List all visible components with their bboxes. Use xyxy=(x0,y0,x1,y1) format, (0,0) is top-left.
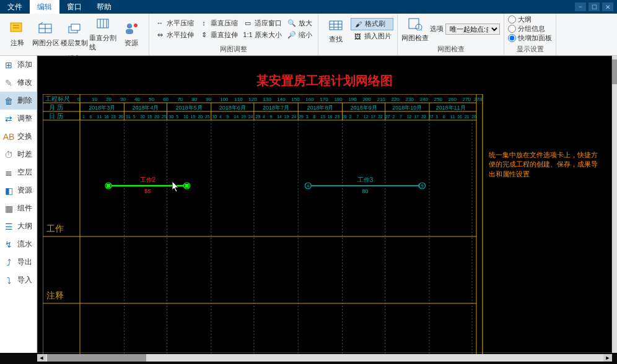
scroll-thumb[interactable] xyxy=(47,354,146,362)
sidebar-item-component[interactable]: ▦组件 xyxy=(0,199,37,217)
svg-text:27: 27 xyxy=(385,115,390,119)
radio-quickpanel[interactable]: 快增加面板 xyxy=(508,33,552,43)
svg-rect-143 xyxy=(107,184,110,188)
sidebar-item-adjust[interactable]: ⇄调整 xyxy=(0,110,37,128)
svg-text:22: 22 xyxy=(421,115,426,119)
svg-text:20: 20 xyxy=(106,97,112,102)
sidebar-item-modify[interactable]: ✎修改 xyxy=(0,74,37,92)
svg-text:25: 25 xyxy=(205,115,210,119)
sidebar-item-layer[interactable]: ≣空层 xyxy=(0,163,37,181)
zoomin-button[interactable]: 🔍放大 xyxy=(285,17,314,28)
svg-text:19: 19 xyxy=(241,115,246,119)
svg-text:31: 31 xyxy=(126,115,131,119)
svg-text:210: 210 xyxy=(377,97,385,102)
zoomout-icon: 🔎 xyxy=(287,30,297,40)
svg-text:55: 55 xyxy=(144,188,151,194)
svg-text:190: 190 xyxy=(348,97,357,102)
svg-text:30: 30 xyxy=(120,97,126,102)
svg-text:2018年5月: 2018年5月 xyxy=(176,105,203,111)
sidebar-item-resource[interactable]: ◧资源 xyxy=(0,181,37,199)
svg-text:278: 278 xyxy=(474,97,483,102)
svg-text:15: 15 xyxy=(191,115,196,119)
close-button[interactable]: ✕ xyxy=(602,2,613,11)
menu-window[interactable]: 窗口 xyxy=(59,0,89,14)
sidebar-item-import[interactable]: ⤵导入 xyxy=(0,271,37,289)
vstretch-icon: ⇕ xyxy=(199,30,209,40)
resource-side-icon: ◧ xyxy=(4,186,14,196)
sidebar-item-delete[interactable]: 🗑删除 xyxy=(0,92,37,110)
scroll-left-button[interactable]: ◄ xyxy=(37,354,46,362)
fitwin-button[interactable]: ▭适应窗口 xyxy=(241,17,284,28)
svg-text:8: 8 xyxy=(313,115,315,119)
annotate-icon xyxy=(7,20,27,37)
svg-text:16: 16 xyxy=(457,115,462,119)
svg-text:1: 1 xyxy=(82,115,85,119)
options-select[interactable]: 唯一起始点:多 xyxy=(445,24,500,35)
adjust-icon: ⇄ xyxy=(4,114,14,124)
netcheck-button[interactable]: 网图检查 xyxy=(401,15,429,43)
svg-text:6: 6 xyxy=(443,115,445,119)
svg-text:7: 7 xyxy=(356,115,359,119)
svg-text:2018年9月: 2018年9月 xyxy=(351,105,377,111)
svg-text:29: 29 xyxy=(255,115,260,119)
svg-text:28: 28 xyxy=(342,115,347,119)
svg-text:2018年10月: 2018年10月 xyxy=(392,105,422,111)
svg-text:260: 260 xyxy=(449,97,457,102)
component-icon: ▦ xyxy=(4,204,14,214)
sidebar-item-flow[interactable]: ↯流水 xyxy=(0,235,37,253)
svg-text:工程标尺: 工程标尺 xyxy=(45,95,70,102)
hstretch-icon: ⇔ xyxy=(155,30,165,40)
menu-edit[interactable]: 编辑 xyxy=(30,0,59,14)
minimize-button[interactable]: － xyxy=(575,2,586,11)
sidebar-item-export[interactable]: ⤴导出 xyxy=(0,253,37,271)
svg-text:24: 24 xyxy=(291,115,296,119)
svg-text:9: 9 xyxy=(227,115,229,119)
insimg-button[interactable]: 🖼插入图片 xyxy=(351,31,393,42)
annotate-label: 注释 xyxy=(11,38,24,48)
scroll-right-button[interactable]: ► xyxy=(603,354,612,362)
floorcopy-button[interactable]: 楼层复制 xyxy=(61,20,88,48)
insimg-icon: 🖼 xyxy=(352,32,362,41)
hcompress-button[interactable]: ↔水平压缩 xyxy=(153,17,196,28)
svg-text:2018年3月: 2018年3月 xyxy=(89,105,115,111)
horizontal-scrollbar[interactable]: ◄ ► xyxy=(37,354,612,362)
svg-text:工作2: 工作2 xyxy=(140,176,156,183)
menu-file[interactable]: 文件 xyxy=(0,0,30,14)
sidebar-item-add[interactable]: ⊞添加 xyxy=(0,56,37,74)
svg-text:250: 250 xyxy=(434,97,443,102)
hstretch-button[interactable]: ⇔水平拉伸 xyxy=(153,29,196,40)
vline-button[interactable]: 垂直分割线 xyxy=(89,15,116,52)
radio-groupinfo[interactable]: 分组信息 xyxy=(508,24,552,33)
svg-text:21: 21 xyxy=(112,115,116,119)
svg-text:2018年11月: 2018年11月 xyxy=(436,105,466,111)
delete-icon: 🗑 xyxy=(4,96,14,106)
svg-text:17: 17 xyxy=(370,115,375,119)
vstretch-button[interactable]: ⇕垂直拉伸 xyxy=(197,29,240,40)
menu-help[interactable]: 帮助 xyxy=(89,0,119,14)
annotate-button[interactable]: 注释 xyxy=(4,20,31,48)
lookup-button[interactable]: 查找 xyxy=(322,16,349,44)
svg-text:4: 4 xyxy=(219,115,222,119)
svg-text:5: 5 xyxy=(421,183,424,189)
zoomout-button[interactable]: 🔎缩小 xyxy=(285,29,314,40)
vertical-scrollbar[interactable] xyxy=(612,56,617,353)
maximize-button[interactable]: ☐ xyxy=(589,2,600,11)
svg-text:4: 4 xyxy=(307,183,310,189)
network-diagram[interactable]: 工程标尺010203040506070809010011012013014015… xyxy=(43,94,606,360)
svg-text:10: 10 xyxy=(92,97,97,102)
svg-text:10: 10 xyxy=(183,115,188,119)
svg-text:110: 110 xyxy=(234,97,243,102)
sidebar-item-timediff[interactable]: ⏱时差 xyxy=(0,145,37,163)
vcompress-button[interactable]: ↕垂直压缩 xyxy=(197,17,240,28)
main-canvas[interactable]: 某安置房工程计划网络图 工程标尺010203040506070809010011… xyxy=(37,56,612,353)
svg-text:2: 2 xyxy=(392,115,395,119)
radio-outline[interactable]: 大纲 xyxy=(508,15,552,24)
fmtpaint-button[interactable]: 🖌格式刷 xyxy=(351,18,393,30)
svg-text:月 历: 月 历 xyxy=(49,104,63,111)
sidebar-item-outline[interactable]: ☰大纲 xyxy=(0,217,37,235)
resource-icon xyxy=(121,20,141,37)
origsize-button[interactable]: 1:1原来大小 xyxy=(241,29,284,40)
resource-button[interactable]: 资源 xyxy=(118,20,145,48)
sidebar-item-swap[interactable]: AB交换 xyxy=(0,128,37,145)
partition-button[interactable]: 网图分区 xyxy=(32,20,59,48)
